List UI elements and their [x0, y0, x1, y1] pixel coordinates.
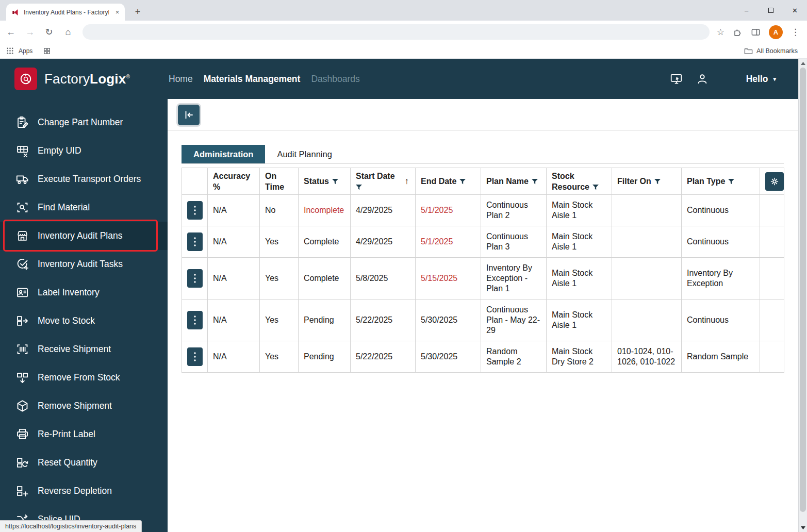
- gear-icon: [769, 176, 780, 187]
- row-actions-button[interactable]: [187, 269, 203, 288]
- magnifier-scan-icon: [14, 200, 30, 215]
- filter-funnel-icon[interactable]: [356, 185, 362, 190]
- window-maximize-button[interactable]: [759, 0, 783, 21]
- sidebar-item-find-material[interactable]: Find Material: [0, 193, 168, 222]
- filter-funnel-icon[interactable]: [532, 179, 538, 185]
- printer-icon: [14, 427, 30, 442]
- clipboard-pencil-icon: [14, 115, 30, 130]
- brand-name: FactoryLogix®: [44, 71, 130, 87]
- id-card-icon: [14, 285, 30, 301]
- profile-avatar[interactable]: A: [769, 25, 783, 39]
- window-minimize-button[interactable]: –: [734, 0, 759, 21]
- header-end-date[interactable]: End Date: [416, 168, 481, 195]
- scrollbar-up-icon[interactable]: [799, 59, 807, 68]
- bookmark-app-icon[interactable]: [43, 47, 51, 55]
- filter-funnel-icon[interactable]: [654, 179, 661, 185]
- sidebar-item-execute-transport-orders[interactable]: Execute Transport Orders: [0, 165, 168, 193]
- sidebar-item-label: Change Part Number: [38, 117, 123, 128]
- page-scrollbar[interactable]: [798, 59, 807, 532]
- sidebar-item-label: Empty UID: [38, 145, 81, 156]
- header-settings: [760, 168, 784, 195]
- sidebar-item-label: Remove From Stock: [38, 372, 120, 383]
- filter-funnel-icon[interactable]: [459, 179, 466, 185]
- extensions-puzzle-icon[interactable]: [733, 27, 743, 37]
- home-icon[interactable]: ⌂: [60, 24, 76, 40]
- sidebar-item-reverse-depletion[interactable]: Reverse Depletion: [0, 477, 168, 505]
- address-bar[interactable]: [83, 24, 710, 40]
- kebab-icon: [194, 237, 196, 246]
- cell-end-date: 5/15/2025: [421, 274, 457, 282]
- cell-status: Complete: [304, 237, 339, 246]
- tab-audit-planning[interactable]: Audit Planning: [265, 145, 343, 163]
- sort-ascending-icon[interactable]: ↑: [405, 176, 410, 187]
- forward-icon[interactable]: →: [22, 24, 38, 40]
- sidebar-item-inventory-audit-tasks[interactable]: Inventory Audit Tasks: [0, 250, 168, 278]
- browser-tab[interactable]: Inventory Audit Plans - FactoryL ×: [6, 4, 125, 21]
- row-actions-button[interactable]: [187, 347, 203, 366]
- cell-status: Complete: [304, 274, 339, 282]
- header-filter-on[interactable]: Filter On: [612, 168, 682, 195]
- sidebar-item-receive-shipment[interactable]: Receive Shipment: [0, 335, 168, 363]
- sidebar-item-reset-quantity[interactable]: Reset Quantity: [0, 448, 168, 477]
- header-plan-type[interactable]: Plan Type: [682, 168, 760, 195]
- user-person-icon[interactable]: [696, 72, 709, 86]
- box-reset-icon: [14, 455, 30, 471]
- scrollbar-thumb[interactable]: [800, 68, 806, 512]
- storefront-icon: [14, 228, 30, 244]
- tab-close-icon[interactable]: ×: [113, 8, 122, 16]
- nav-home[interactable]: Home: [168, 72, 194, 87]
- kebab-icon: [194, 352, 196, 361]
- filter-funnel-icon[interactable]: [332, 179, 338, 185]
- apps-grid-icon[interactable]: [6, 47, 14, 55]
- cell-status: Pending: [304, 315, 334, 324]
- sidebar-item-remove-from-stock[interactable]: Remove From Stock: [0, 363, 168, 392]
- tab-title: Inventory Audit Plans - FactoryL: [24, 9, 109, 16]
- header-plan-name[interactable]: Plan Name: [481, 168, 547, 195]
- side-panel-icon[interactable]: [751, 27, 761, 37]
- brand-logo[interactable]: FactoryLogix®: [0, 68, 168, 90]
- sidebar-item-change-part-number[interactable]: Change Part Number: [0, 108, 168, 137]
- row-actions-button[interactable]: [187, 311, 203, 329]
- top-navigation: Home Materials Management Dashboards: [168, 72, 361, 87]
- apps-shortcut-label[interactable]: Apps: [19, 47, 32, 55]
- sidebar-item-label: Inventory Audit Tasks: [38, 259, 123, 270]
- sidebar-item-label-inventory[interactable]: Label Inventory: [0, 278, 168, 307]
- cell-accuracy: N/A: [213, 315, 227, 324]
- new-tab-button[interactable]: +: [131, 5, 144, 19]
- all-bookmarks-button[interactable]: All Bookmarks: [744, 47, 798, 55]
- row-actions-button[interactable]: [187, 201, 203, 220]
- user-menu[interactable]: Hello▾: [746, 74, 776, 85]
- row-actions-button[interactable]: [187, 232, 203, 251]
- sidebar-item-label: Receive Shipment: [38, 344, 111, 355]
- sidebar-item-label: Execute Transport Orders: [38, 174, 141, 185]
- sidebar-item-inventory-audit-plans[interactable]: Inventory Audit Plans: [0, 222, 168, 250]
- collapse-left-icon: [183, 109, 195, 121]
- collapse-sidebar-button[interactable]: [176, 103, 201, 127]
- cell-status: Pending: [304, 352, 334, 361]
- brand-light-text: Factory: [44, 71, 90, 87]
- header-status[interactable]: Status: [299, 168, 351, 195]
- table-row: N/A Yes Complete 5/8/2025 5/15/2025 Inve…: [182, 258, 784, 300]
- filter-funnel-icon[interactable]: [728, 179, 734, 185]
- workstation-monitor-icon[interactable]: [670, 72, 683, 86]
- sidebar-item-empty-uid[interactable]: Empty UID: [0, 137, 168, 165]
- scrollbar-down-icon[interactable]: [799, 523, 807, 532]
- header-start-date[interactable]: Start Date ↑: [351, 168, 416, 195]
- reload-icon[interactable]: ↻: [41, 24, 57, 40]
- window-close-button[interactable]: ✕: [783, 0, 807, 21]
- nav-dashboards[interactable]: Dashboards: [310, 72, 360, 87]
- bookmark-star-icon[interactable]: ☆: [717, 27, 724, 38]
- cell-accuracy: N/A: [213, 237, 227, 246]
- sidebar-item-remove-shipment[interactable]: Remove Shipment: [0, 392, 168, 420]
- cell-filter-on: 010-1024, 010-1026, 010-1022: [617, 347, 675, 366]
- sidebar-item-move-to-stock[interactable]: Move to Stock: [0, 307, 168, 335]
- header-stock-resource[interactable]: Stock Resource: [547, 168, 612, 195]
- nav-materials-management[interactable]: Materials Management: [203, 72, 302, 87]
- filter-funnel-icon[interactable]: [592, 185, 599, 190]
- browser-menu-kebab-icon[interactable]: ⋮: [791, 27, 800, 38]
- tab-administration[interactable]: Administration: [182, 145, 265, 163]
- back-icon[interactable]: ←: [3, 24, 19, 40]
- column-settings-button[interactable]: [765, 172, 784, 191]
- sidebar-item-reprint-label[interactable]: Re-Print Label: [0, 420, 168, 448]
- browser-tabstrip: Inventory Audit Plans - FactoryL × + – ✕: [0, 0, 807, 21]
